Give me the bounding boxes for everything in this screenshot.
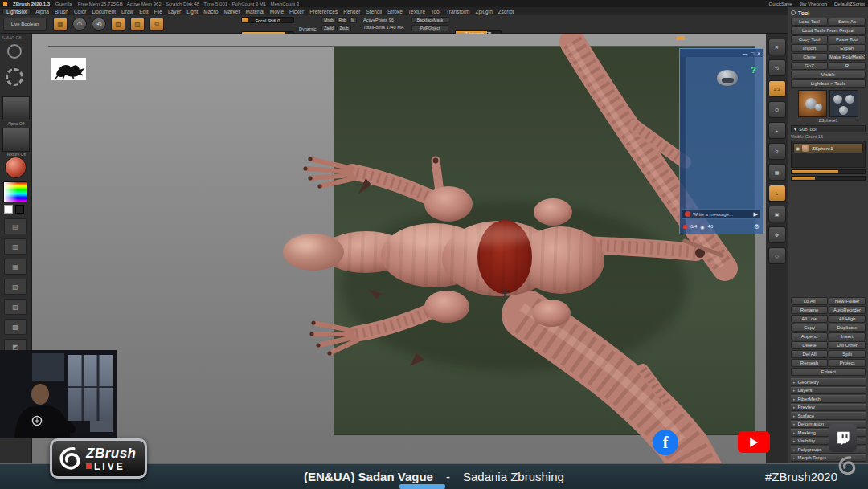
menu-item[interactable]: Picker: [289, 9, 304, 14]
subtool-button[interactable]: All High: [829, 315, 866, 323]
local-symmetry-icon[interactable]: L: [768, 185, 786, 202]
tool-button[interactable]: Clone: [791, 53, 828, 61]
menu-item[interactable]: Tool: [431, 9, 440, 14]
youtube-icon[interactable]: [738, 431, 770, 453]
stroke-slot-icon[interactable]: ▥: [4, 238, 27, 255]
frame-mesh-icon[interactable]: ▣: [768, 206, 786, 222]
secondary-color-swatch[interactable]: [15, 205, 24, 214]
menu-item[interactable]: Light: [186, 9, 198, 14]
live-boolean-button[interactable]: Live Boolean: [3, 18, 47, 31]
projection-master-icon[interactable]: ▦: [53, 18, 68, 31]
gradient-swatch-icon[interactable]: ▧: [111, 18, 125, 31]
alpha-thumbnail[interactable]: [2, 96, 30, 120]
twitch-icon[interactable]: [829, 424, 857, 452]
send-icon[interactable]: ▶: [754, 211, 758, 218]
color-picker-gradient[interactable]: [3, 181, 27, 202]
floor-grid-icon[interactable]: ▦: [768, 164, 786, 181]
tool-button[interactable]: Export: [829, 44, 866, 52]
zadd-button[interactable]: Zadd: [321, 25, 336, 31]
subtool-button[interactable]: Project: [829, 359, 866, 367]
subtool-button[interactable]: Del Other: [829, 341, 866, 349]
menu-item[interactable]: Alpha: [35, 9, 49, 14]
zoom-doc-icon[interactable]: Q: [768, 101, 786, 118]
menu-item[interactable]: Marker: [223, 9, 240, 14]
radial-symmetry-icon[interactable]: [6, 68, 23, 86]
current-material-sphere[interactable]: [5, 157, 27, 178]
subtool-button[interactable]: Delete: [791, 341, 828, 349]
menu-item[interactable]: File: [154, 9, 162, 14]
menu-item[interactable]: Texture: [408, 9, 425, 14]
menu-item[interactable]: Layer: [168, 9, 181, 14]
actual-size-icon[interactable]: 1:1: [768, 80, 786, 97]
tool-button[interactable]: Visible: [791, 71, 866, 79]
menu-item[interactable]: Material: [246, 9, 264, 14]
tool-button[interactable]: GoZ: [791, 62, 828, 70]
subtool-slider-1[interactable]: [791, 169, 866, 174]
sculpt-canvas[interactable]: [32, 34, 766, 463]
subtool-button[interactable]: Duplicate: [829, 324, 866, 332]
subtool-button[interactable]: Rename: [791, 306, 828, 314]
undo-redo-icon[interactable]: ⟲: [92, 18, 106, 31]
rgb-button[interactable]: Rgb: [337, 17, 348, 23]
menu-item[interactable]: Stencil: [366, 9, 383, 14]
menu-item[interactable]: Movie: [270, 9, 284, 14]
menu-item[interactable]: Color: [74, 9, 87, 14]
zsphere-creature-model[interactable]: [32, 34, 766, 463]
color-slot-icon[interactable]: ▩: [4, 319, 27, 335]
tool-button[interactable]: Copy Tool: [791, 35, 828, 43]
facebook-icon[interactable]: f: [653, 430, 678, 455]
tool-button[interactable]: Load Tool: [791, 18, 828, 26]
menu-item[interactable]: Brush: [55, 9, 68, 14]
aa-half-icon[interactable]: ½: [768, 59, 786, 76]
subtool-button[interactable]: New Folder: [829, 297, 866, 305]
dynamic-label[interactable]: Dynamic: [299, 26, 316, 31]
tool-button[interactable]: R: [829, 62, 866, 70]
menu-item[interactable]: Zscript: [498, 9, 514, 14]
subtool-button[interactable]: Append: [791, 332, 828, 340]
tool-subpalette[interactable]: ▸ Preview: [791, 404, 866, 412]
quicksave-button[interactable]: QuickSave: [769, 2, 792, 6]
material-slot-icon[interactable]: ▨: [4, 299, 27, 315]
scroll-doc-icon[interactable]: +: [768, 122, 786, 139]
alpha-slot-icon[interactable]: ▦: [4, 259, 27, 275]
timeline-marker[interactable]: [677, 36, 685, 40]
current-tool-thumbnail[interactable]: [798, 90, 827, 117]
subtool-button[interactable]: Lo All: [791, 297, 828, 305]
minimize-icon[interactable]: —: [743, 51, 748, 56]
tool-button[interactable]: Import: [791, 44, 828, 52]
polf-object-button[interactable]: PolFObject: [411, 25, 448, 31]
subtool-item-active[interactable]: ◉ ZSphere1: [793, 143, 863, 153]
sculptris-pro-icon[interactable]: ◠: [72, 18, 87, 31]
zsub-button[interactable]: Zsub: [337, 25, 351, 31]
menu-item[interactable]: Preferences: [309, 9, 338, 14]
help-icon[interactable]: ?: [751, 65, 756, 75]
menu-item[interactable]: Document: [92, 9, 116, 14]
menu-item[interactable]: Stroke: [387, 9, 403, 14]
maximize-icon[interactable]: □: [751, 51, 754, 56]
m-button[interactable]: M: [349, 17, 357, 23]
chat-input[interactable]: [693, 212, 751, 217]
visibility-eye-icon[interactable]: ◉: [796, 145, 800, 151]
menu-item[interactable]: Draw: [121, 9, 133, 14]
subtool-button[interactable]: Extract: [791, 368, 866, 376]
subtool-button[interactable]: AutoReorder: [829, 306, 866, 314]
bpr-render-icon[interactable]: R: [768, 39, 786, 55]
subtool-button[interactable]: Copy: [791, 324, 828, 332]
subtool-slider-2[interactable]: [791, 176, 866, 181]
tool-subpalette[interactable]: ▸ FiberMesh: [791, 395, 866, 403]
subtool-button[interactable]: Split: [829, 350, 866, 358]
menu-item[interactable]: Render: [343, 9, 360, 14]
tool-subpalette[interactable]: ▸ Surface: [791, 412, 866, 420]
tool-button[interactable]: Paste Tool: [829, 35, 866, 43]
brush-slot-icon[interactable]: ▤: [4, 218, 27, 234]
menu-item[interactable]: Transform: [446, 9, 469, 14]
quick-pick-thumbnail[interactable]: [829, 90, 858, 117]
subtool-button[interactable]: Insert: [829, 332, 866, 340]
close-icon[interactable]: ×: [757, 51, 760, 56]
menu-item[interactable]: Zplugin: [475, 9, 492, 14]
backface-mask-button[interactable]: BackfaceMask: [411, 17, 448, 23]
tool-subpalette[interactable]: ▸ Layers: [791, 387, 866, 395]
tool-button[interactable]: Load Tools From Project: [791, 26, 866, 35]
subtool-button[interactable]: All Low: [791, 315, 828, 323]
tool-button[interactable]: Save As: [829, 18, 866, 26]
